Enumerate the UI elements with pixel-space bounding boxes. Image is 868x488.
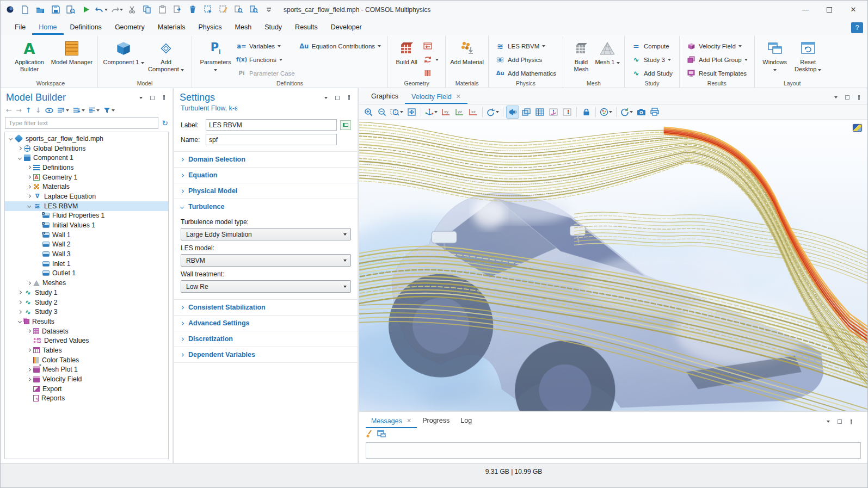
variables-button[interactable]: a=Variables: [235, 39, 297, 53]
tree-item-outlet-1[interactable]: Outlet 1: [5, 269, 168, 279]
tree-item-inlet-1[interactable]: Inlet 1: [5, 259, 168, 269]
tree-item-study-3[interactable]: Study 3: [5, 307, 168, 317]
model-manager-button[interactable]: Model Manager: [51, 38, 93, 66]
compute-button[interactable]: =Compute: [629, 39, 675, 53]
redo-button[interactable]: [109, 3, 124, 16]
combo-wall-treatment[interactable]: Low Re: [181, 280, 351, 293]
expand-icon[interactable]: [18, 146, 22, 150]
build-mesh-button[interactable]: Build Mesh: [568, 38, 595, 73]
result-templates-button[interactable]: Result Templates: [684, 66, 750, 80]
select-box-button[interactable]: [201, 3, 215, 16]
tree-item-tables[interactable]: Tables: [5, 345, 168, 355]
screenshot-icon[interactable]: [635, 106, 647, 118]
panel-float-icon[interactable]: [836, 418, 843, 425]
section-header[interactable]: Consistent Stabilization: [174, 300, 358, 315]
geometry-rebuild-button[interactable]: [421, 53, 441, 66]
axes-indicator-icon[interactable]: [547, 106, 559, 118]
tab-velocity-field[interactable]: Velocity Field✕: [405, 90, 467, 104]
tree-item-meshes[interactable]: Meshes: [5, 278, 168, 288]
velocity-field-button[interactable]: Velocity Field: [684, 39, 750, 53]
close-button[interactable]: ✕: [841, 2, 865, 18]
panel-float-icon[interactable]: [844, 94, 851, 101]
print-icon[interactable]: [649, 106, 661, 118]
expand-icon[interactable]: [27, 329, 31, 333]
expand-icon[interactable]: [27, 368, 31, 372]
move-down-icon[interactable]: ↓: [35, 106, 41, 114]
grid-icon[interactable]: [534, 106, 546, 118]
tree-item-global-definitions[interactable]: Global Definitions: [5, 144, 168, 153]
tree-item-wall-1[interactable]: Wall 1: [5, 230, 168, 240]
name-field[interactable]: [206, 134, 337, 145]
combo-les-model[interactable]: RBVM: [181, 254, 351, 267]
add-study-button[interactable]: ∿Add Study: [629, 66, 675, 80]
expand-icon[interactable]: [18, 291, 22, 294]
expand-all-icon[interactable]: [73, 107, 85, 113]
collapse-icon[interactable]: [18, 319, 22, 323]
expand-icon[interactable]: [27, 377, 31, 381]
model-tree-nodes-icon[interactable]: [89, 107, 100, 113]
tree-item-color-tables[interactable]: Color Tables: [5, 355, 168, 365]
expand-icon[interactable]: [27, 175, 31, 179]
tree-item-component-1[interactable]: Component 1: [5, 153, 168, 163]
tree-item-datasets[interactable]: Datasets: [5, 326, 168, 336]
menu-home[interactable]: Home: [32, 20, 63, 35]
settings-subtitle[interactable]: Turbulent Flow, k-ε: [174, 104, 358, 118]
tree-item-reports[interactable]: Reports: [5, 394, 168, 404]
lock-icon[interactable]: [580, 106, 592, 118]
menu-definitions[interactable]: Definitions: [64, 20, 108, 35]
section-header[interactable]: Domain Selection: [174, 152, 358, 167]
update-scene-icon[interactable]: [620, 106, 633, 118]
panel-float-icon[interactable]: [334, 95, 341, 101]
rotate-view-icon[interactable]: [486, 106, 500, 118]
panel-menu-icon[interactable]: [138, 95, 144, 101]
application-builder-button[interactable]: A Application Builder: [8, 38, 51, 73]
graphics-viewport[interactable]: [359, 120, 867, 411]
clear-selection-button[interactable]: [216, 3, 230, 16]
nav-forward-icon[interactable]: →: [16, 106, 22, 114]
tree-item-wall-3[interactable]: Wall 3: [5, 249, 168, 259]
run-button[interactable]: [79, 3, 93, 16]
tree-item-sports-car-flow-field-mph[interactable]: sports_car_flow_field.mph: [5, 134, 168, 144]
copy-button[interactable]: [140, 3, 154, 16]
panel-pin-icon[interactable]: [161, 95, 167, 101]
minimize-button[interactable]: —: [793, 2, 817, 18]
open-file-button[interactable]: [33, 3, 47, 16]
zoom-extents-icon[interactable]: [405, 106, 417, 118]
close-tab-icon[interactable]: ✕: [456, 93, 461, 100]
tree-item-initial-values-1[interactable]: Initial Values 1: [5, 220, 168, 230]
view-orientation-icon[interactable]: [424, 106, 438, 118]
show-icon[interactable]: [45, 108, 53, 113]
menu-developer[interactable]: Developer: [324, 20, 368, 35]
delete-button[interactable]: [186, 3, 200, 16]
expand-icon[interactable]: [27, 348, 31, 352]
parameters-button[interactable]: Pi Parameters: [196, 38, 235, 73]
zoom-box-icon[interactable]: [390, 106, 404, 118]
menu-geometry[interactable]: Geometry: [108, 20, 151, 35]
menu-mesh[interactable]: Mesh: [229, 20, 258, 35]
color-legend-icon[interactable]: [561, 106, 573, 118]
save-button[interactable]: [48, 3, 63, 16]
find-replace-button[interactable]: [247, 3, 261, 16]
plot-thumbnail-icon[interactable]: [853, 124, 862, 132]
zoom-in-icon[interactable]: [362, 106, 374, 118]
add-physics-button[interactable]: Add Physics: [493, 53, 558, 66]
equation-contributions-button[interactable]: ΔuEquation Contributions: [297, 39, 383, 53]
parameter-case-button[interactable]: PiParameter Case: [235, 66, 297, 80]
panel-float-icon[interactable]: [149, 95, 156, 101]
tab-messages[interactable]: Messages✕: [366, 414, 417, 429]
tree-item-definitions[interactable]: Definitions: [5, 163, 168, 172]
tree-item-laplace-equation[interactable]: Laplace Equation: [5, 192, 168, 201]
tree-item-results[interactable]: Results: [5, 317, 168, 326]
add-material-button[interactable]: Add Material: [450, 38, 484, 66]
panel-pin-icon[interactable]: [848, 418, 854, 425]
study3-button[interactable]: ∿Study 3: [629, 53, 675, 66]
tree-item-study-1[interactable]: Study 1: [5, 288, 168, 298]
tree-item-materials[interactable]: Materials: [5, 182, 168, 192]
filter-icon[interactable]: [103, 107, 115, 114]
collapse-icon[interactable]: [18, 156, 22, 160]
section-header[interactable]: Discretization: [174, 331, 358, 347]
cut-icon[interactable]: [125, 3, 139, 16]
panel-pin-icon[interactable]: [855, 94, 862, 101]
tree-item-mesh-plot-1[interactable]: Mesh Plot 1: [5, 365, 168, 375]
expand-icon[interactable]: [27, 281, 31, 285]
